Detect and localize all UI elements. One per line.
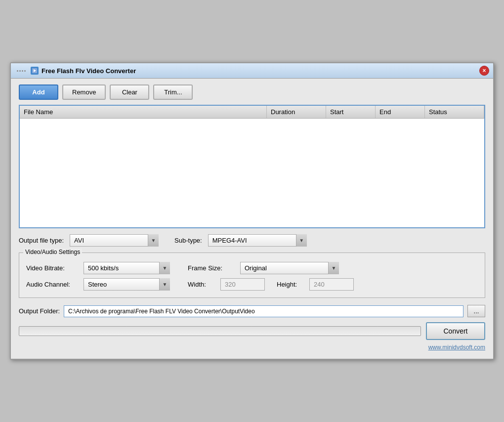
output-type-label: Output file type: (19, 237, 64, 244)
video-bitrate-wrapper: 500 kbits/s 100 kbits/s 200 kbits/s 300 … (84, 262, 170, 274)
toolbar: Add Remove Clear Trim... (19, 84, 485, 100)
close-button[interactable]: × (479, 66, 489, 76)
audio-channel-wrapper: Stereo Mono ▼ (84, 278, 170, 291)
file-list-header: File Name Duration Start End Status (20, 106, 484, 119)
col-start: Start (326, 106, 376, 118)
group-title: Video/Audio Settings (23, 249, 82, 255)
frame-size-select[interactable]: Original 320x240 640x480 720x480 1280x72… (240, 262, 339, 274)
main-window: Free Flash Flv Video Converter × Add Rem… (10, 62, 494, 360)
sub-type-label: Sub-type: (174, 237, 202, 244)
audio-channel-label: Audio Channel: (26, 281, 76, 288)
browse-button[interactable]: ... (467, 305, 485, 317)
title-grip (15, 70, 28, 72)
video-audio-group: Video/Audio Settings Video Bitrate: 500 … (19, 253, 485, 298)
output-path-input[interactable] (64, 305, 463, 317)
window-content: Add Remove Clear Trim... File Name Durat… (11, 79, 493, 359)
width-label: Width: (188, 281, 212, 288)
frame-size-wrapper: Original 320x240 640x480 720x480 1280x72… (240, 262, 339, 274)
col-end: End (376, 106, 425, 118)
title-bar-left: Free Flash Flv Video Converter (15, 67, 136, 75)
output-type-wrapper: AVI MP4 FLV WMV MOV ▼ (70, 234, 159, 247)
sub-type-wrapper: MPEG4-AVI DivX-AVI XviD-AVI ▼ (208, 234, 307, 247)
app-icon (31, 67, 39, 75)
progress-bar-container (19, 326, 421, 336)
sub-type-select[interactable]: MPEG4-AVI DivX-AVI XviD-AVI (208, 234, 307, 247)
website-link[interactable]: www.minidvdsoft.com (19, 344, 485, 351)
frame-size-label: Frame Size: (188, 264, 232, 272)
progress-row: Convert (19, 322, 485, 340)
output-type-select[interactable]: AVI MP4 FLV WMV MOV (70, 234, 159, 247)
height-label: Height: (277, 281, 301, 288)
col-filename: File Name (20, 106, 267, 118)
audio-dimension-row: Audio Channel: Stereo Mono ▼ Width: Heig… (26, 278, 478, 291)
audio-channel-select[interactable]: Stereo Mono (84, 278, 170, 291)
width-input[interactable] (220, 278, 265, 291)
output-folder-row: Output Folder: ... (19, 305, 485, 317)
add-button[interactable]: Add (19, 84, 58, 100)
remove-button[interactable]: Remove (62, 84, 106, 100)
output-folder-label: Output Folder: (19, 307, 60, 315)
file-list-body[interactable] (20, 119, 484, 227)
height-input[interactable] (309, 278, 354, 291)
col-duration: Duration (267, 106, 326, 118)
clear-button[interactable]: Clear (110, 84, 149, 100)
video-bitrate-select[interactable]: 500 kbits/s 100 kbits/s 200 kbits/s 300 … (84, 262, 170, 274)
window-title: Free Flash Flv Video Converter (42, 67, 136, 75)
output-type-row: Output file type: AVI MP4 FLV WMV MOV ▼ … (19, 234, 485, 247)
file-list-container: File Name Duration Start End Status (19, 105, 485, 228)
title-bar: Free Flash Flv Video Converter × (11, 63, 493, 79)
video-bitrate-label: Video Bitrate: (26, 264, 76, 272)
convert-button[interactable]: Convert (426, 322, 485, 340)
bitrate-framesize-row: Video Bitrate: 500 kbits/s 100 kbits/s 2… (26, 262, 478, 274)
trim-button[interactable]: Trim... (153, 84, 193, 100)
col-status: Status (425, 106, 484, 118)
